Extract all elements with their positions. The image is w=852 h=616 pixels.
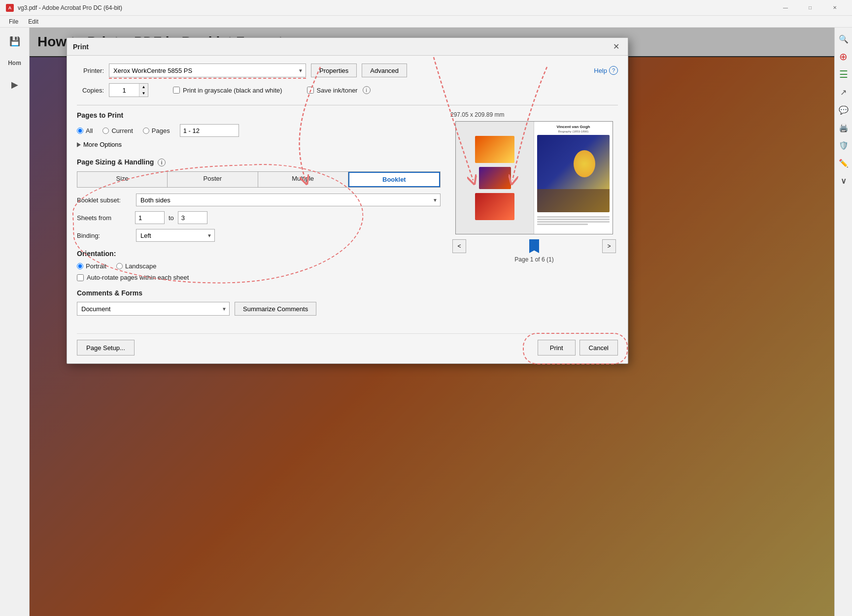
minimize-button[interactable]: — <box>774 0 797 16</box>
page-setup-button[interactable]: Page Setup... <box>77 340 135 356</box>
title-bar-left: A vg3.pdf - Adobe Acrobat Pro DC (64-bit… <box>6 4 122 12</box>
save-icon[interactable]: 💾 <box>5 32 25 51</box>
all-pages-label[interactable]: All <box>77 127 93 134</box>
copies-spinners: ▲ ▼ <box>139 84 148 97</box>
edit-menu[interactable]: Edit <box>23 17 43 26</box>
binding-select[interactable]: Left Right Top <box>136 229 215 242</box>
landscape-label[interactable]: Landscape <box>116 262 157 270</box>
preview-thumb-3 <box>475 193 514 220</box>
preview-text-lines <box>537 216 610 231</box>
current-page-label[interactable]: Current <box>102 127 133 134</box>
next-page-button[interactable]: > <box>602 239 616 253</box>
preview-line-4 <box>537 224 588 225</box>
maximize-button[interactable]: □ <box>799 0 821 16</box>
dialog-close-button[interactable]: ✕ <box>610 41 622 53</box>
menu-bar: File Edit <box>0 16 852 28</box>
auto-rotate-label[interactable]: Auto-rotate pages within each sheet <box>77 274 189 281</box>
dialog-body: Printer: Xerox WorkCentre 5855 PS Micros… <box>67 56 628 363</box>
binding-select-wrap: Left Right Top ▼ <box>136 229 215 242</box>
export-icon[interactable]: ↗ <box>836 85 851 99</box>
home-icon[interactable]: Hom <box>5 53 25 73</box>
save-ink-info-icon[interactable]: i <box>363 86 371 94</box>
sheets-from-input[interactable] <box>135 211 165 224</box>
tab-booklet[interactable]: Booklet <box>348 172 440 187</box>
right-sidebar: 🔍 ⊕ ☰ ↗ 💬 🖨️ 🛡️ ✏️ ∨ <box>834 28 852 616</box>
all-pages-radio[interactable] <box>77 128 83 134</box>
preview-line-1 <box>537 216 610 218</box>
copies-input[interactable] <box>109 84 139 97</box>
pages-range-label[interactable]: Pages <box>143 127 170 134</box>
comments-select-wrap: Document Document and Markups Document a… <box>77 302 230 316</box>
more-tools-icon[interactable]: ∨ <box>836 173 851 188</box>
booklet-subset-select[interactable]: Both sides Front side only Back side onl… <box>136 194 441 206</box>
print-icon[interactable]: 🖨️ <box>836 120 851 135</box>
preview-van-gogh-subtitle: Biography (1853-1890) <box>558 130 588 133</box>
more-options-text: More Options <box>83 141 122 148</box>
tab-size[interactable]: Size <box>77 172 168 187</box>
sign-icon[interactable]: ✏️ <box>836 156 851 170</box>
pages-radio-group: All Current Pages <box>77 124 441 137</box>
add-pdf-icon[interactable]: ⊕ <box>836 49 851 64</box>
page-sizing-info-icon[interactable]: i <box>158 159 166 166</box>
panel-toggle-icon[interactable]: ▶ <box>5 75 25 95</box>
sheets-to-input[interactable] <box>178 211 207 224</box>
window-title: vg3.pdf - Adobe Acrobat Pro DC (64-bit) <box>18 4 122 11</box>
binding-row: Binding: Left Right Top ▼ <box>77 229 441 242</box>
summarize-comments-button[interactable]: Summarize Comments <box>235 302 316 316</box>
pages-range-radio[interactable] <box>143 128 149 134</box>
print-button[interactable]: Print <box>538 340 576 356</box>
preview-van-gogh-title: Vincent van Gogh <box>557 125 590 129</box>
sheets-row: Sheets from to <box>77 211 441 224</box>
printer-select[interactable]: Xerox WorkCentre 5855 PS Microsoft Print… <box>109 64 306 77</box>
page-sizing-title: Page Sizing & Handling i <box>77 158 441 166</box>
organize-pages-icon[interactable]: ☰ <box>836 67 851 82</box>
advanced-button[interactable]: Advanced <box>362 64 407 77</box>
portrait-label[interactable]: Portrait <box>77 262 106 270</box>
grayscale-label[interactable]: Print in grayscale (black and white) <box>173 87 282 94</box>
tab-multiple[interactable]: Multiple <box>258 172 348 187</box>
properties-button[interactable]: Properties <box>311 64 357 77</box>
comment-icon[interactable]: 💬 <box>836 102 851 117</box>
auto-rotate-text: Auto-rotate pages within each sheet <box>87 274 189 281</box>
main-area: 💾 Hom ▶ 🔍 ⊕ ☰ ↗ 💬 🖨️ 🛡️ ✏️ ∨ How to Prin… <box>0 28 852 616</box>
sheets-from-label: Sheets from <box>77 214 131 222</box>
grayscale-text: Print in grayscale (black and white) <box>183 87 282 94</box>
grayscale-checkbox[interactable] <box>173 87 180 94</box>
more-options-triangle-icon <box>77 142 81 147</box>
help-link[interactable]: Help ? <box>594 66 618 75</box>
cancel-button[interactable]: Cancel <box>579 340 618 356</box>
comments-forms-title: Comments & Forms <box>77 289 441 297</box>
preview-thumb-1 <box>475 136 514 163</box>
more-options-row[interactable]: More Options <box>77 141 441 148</box>
save-ink-text: Save ink/toner <box>317 87 358 94</box>
tab-poster[interactable]: Poster <box>168 172 258 187</box>
portrait-radio[interactable] <box>77 263 83 269</box>
save-ink-label[interactable]: Save ink/toner <box>307 87 358 94</box>
dialog-columns: Pages to Print All Current <box>77 111 618 324</box>
shield-icon[interactable]: 🛡️ <box>836 138 851 153</box>
orientation-radio-group: Portrait Landscape <box>77 262 441 270</box>
copies-up-button[interactable]: ▲ <box>139 84 148 90</box>
prev-page-button[interactable]: < <box>452 239 466 253</box>
preview-line-3 <box>537 221 610 223</box>
pages-range-input[interactable] <box>180 124 239 137</box>
auto-rotate-row: Auto-rotate pages within each sheet <box>77 274 441 281</box>
copies-down-button[interactable]: ▼ <box>139 90 148 97</box>
current-page-radio[interactable] <box>102 128 109 134</box>
pages-to-print-section: Pages to Print All Current <box>77 111 441 148</box>
preview-nav: < > <box>450 239 618 253</box>
preview-title-area: Vincent van Gogh Biography (1853-1890) <box>537 125 610 133</box>
dialog-footer: Page Setup... Print Cancel <box>77 333 618 356</box>
zoom-search-icon[interactable]: 🔍 <box>836 32 851 46</box>
close-window-button[interactable]: ✕ <box>823 0 846 16</box>
preview-starry-night <box>537 135 610 212</box>
booklet-subset-label: Booklet subset: <box>77 196 131 204</box>
current-page-text: Current <box>111 127 133 134</box>
comments-select[interactable]: Document Document and Markups Document a… <box>77 302 230 316</box>
preview-moon <box>574 150 595 177</box>
landscape-radio[interactable] <box>116 263 123 269</box>
auto-rotate-checkbox[interactable] <box>77 274 84 281</box>
save-ink-checkbox[interactable] <box>307 87 314 94</box>
preview-right-page: Vincent van Gogh Biography (1853-1890) <box>534 122 613 234</box>
file-menu[interactable]: File <box>4 17 23 26</box>
